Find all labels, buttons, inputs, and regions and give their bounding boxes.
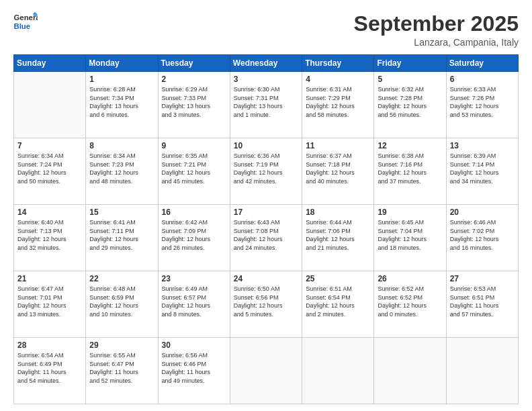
calendar-cell: 19Sunrise: 6:45 AM Sunset: 7:04 PM Dayli… bbox=[374, 205, 446, 271]
day-number: 27 bbox=[450, 274, 515, 283]
day-number: 7 bbox=[17, 141, 82, 150]
day-info: Sunrise: 6:49 AM Sunset: 6:57 PM Dayligh… bbox=[162, 285, 226, 318]
weekday-header-friday: Friday bbox=[374, 55, 446, 72]
day-info: Sunrise: 6:42 AM Sunset: 7:09 PM Dayligh… bbox=[162, 218, 226, 252]
day-number: 23 bbox=[162, 274, 226, 283]
day-number: 17 bbox=[234, 208, 298, 217]
calendar-cell: 5Sunrise: 6:32 AM Sunset: 7:28 PM Daylig… bbox=[374, 72, 446, 138]
day-info: Sunrise: 6:36 AM Sunset: 7:19 PM Dayligh… bbox=[234, 152, 298, 185]
day-info: Sunrise: 6:55 AM Sunset: 6:47 PM Dayligh… bbox=[89, 351, 154, 385]
weekday-header-sunday: Sunday bbox=[14, 55, 86, 72]
day-info: Sunrise: 6:46 AM Sunset: 7:02 PM Dayligh… bbox=[450, 218, 515, 252]
day-number: 25 bbox=[306, 274, 370, 283]
day-info: Sunrise: 6:56 AM Sunset: 6:46 PM Dayligh… bbox=[162, 351, 226, 385]
calendar-cell: 14Sunrise: 6:40 AM Sunset: 7:13 PM Dayli… bbox=[14, 205, 86, 271]
day-number: 24 bbox=[234, 274, 298, 283]
day-info: Sunrise: 6:37 AM Sunset: 7:18 PM Dayligh… bbox=[306, 152, 370, 185]
calendar-cell bbox=[374, 338, 446, 404]
day-number: 16 bbox=[162, 208, 226, 217]
calendar-cell: 10Sunrise: 6:36 AM Sunset: 7:19 PM Dayli… bbox=[230, 138, 302, 205]
calendar-header-row: SundayMondayTuesdayWednesdayThursdayFrid… bbox=[14, 55, 519, 72]
calendar-week-row: 7Sunrise: 6:34 AM Sunset: 7:24 PM Daylig… bbox=[14, 138, 519, 205]
calendar-cell: 20Sunrise: 6:46 AM Sunset: 7:02 PM Dayli… bbox=[446, 205, 518, 271]
day-info: Sunrise: 6:38 AM Sunset: 7:16 PM Dayligh… bbox=[378, 152, 442, 185]
day-number: 15 bbox=[89, 208, 154, 217]
header: General Blue September 2025 Lanzara, Cam… bbox=[13, 12, 519, 48]
day-info: Sunrise: 6:53 AM Sunset: 6:51 PM Dayligh… bbox=[450, 285, 515, 318]
calendar-cell: 3Sunrise: 6:30 AM Sunset: 7:31 PM Daylig… bbox=[230, 72, 302, 138]
calendar-cell: 11Sunrise: 6:37 AM Sunset: 7:18 PM Dayli… bbox=[302, 138, 374, 205]
day-info: Sunrise: 6:48 AM Sunset: 6:59 PM Dayligh… bbox=[89, 285, 154, 318]
calendar-cell: 22Sunrise: 6:48 AM Sunset: 6:59 PM Dayli… bbox=[86, 271, 158, 338]
day-info: Sunrise: 6:41 AM Sunset: 7:11 PM Dayligh… bbox=[89, 218, 154, 252]
calendar-cell: 12Sunrise: 6:38 AM Sunset: 7:16 PM Dayli… bbox=[374, 138, 446, 205]
logo-icon: General Blue bbox=[13, 12, 38, 31]
svg-text:Blue: Blue bbox=[14, 22, 31, 30]
day-info: Sunrise: 6:47 AM Sunset: 7:01 PM Dayligh… bbox=[17, 285, 82, 318]
day-number: 4 bbox=[306, 75, 370, 84]
day-number: 8 bbox=[89, 141, 154, 150]
day-number: 29 bbox=[89, 340, 154, 350]
calendar-cell: 26Sunrise: 6:52 AM Sunset: 6:52 PM Dayli… bbox=[374, 271, 446, 338]
calendar-week-row: 28Sunrise: 6:54 AM Sunset: 6:49 PM Dayli… bbox=[14, 338, 519, 404]
day-info: Sunrise: 6:44 AM Sunset: 7:06 PM Dayligh… bbox=[306, 218, 370, 252]
calendar-cell: 28Sunrise: 6:54 AM Sunset: 6:49 PM Dayli… bbox=[14, 338, 86, 404]
day-info: Sunrise: 6:34 AM Sunset: 7:24 PM Dayligh… bbox=[17, 152, 82, 185]
calendar-cell: 25Sunrise: 6:51 AM Sunset: 6:54 PM Dayli… bbox=[302, 271, 374, 338]
day-info: Sunrise: 6:43 AM Sunset: 7:08 PM Dayligh… bbox=[234, 218, 298, 252]
day-info: Sunrise: 6:40 AM Sunset: 7:13 PM Dayligh… bbox=[17, 218, 82, 252]
day-info: Sunrise: 6:54 AM Sunset: 6:49 PM Dayligh… bbox=[17, 351, 82, 385]
month-title: September 2025 bbox=[354, 12, 519, 36]
calendar-cell: 27Sunrise: 6:53 AM Sunset: 6:51 PM Dayli… bbox=[446, 271, 518, 338]
weekday-header-thursday: Thursday bbox=[302, 55, 374, 72]
day-number: 28 bbox=[17, 340, 82, 350]
day-number: 21 bbox=[17, 274, 82, 283]
calendar-cell: 30Sunrise: 6:56 AM Sunset: 6:46 PM Dayli… bbox=[158, 338, 230, 404]
calendar-cell: 4Sunrise: 6:31 AM Sunset: 7:29 PM Daylig… bbox=[302, 72, 374, 138]
day-info: Sunrise: 6:39 AM Sunset: 7:14 PM Dayligh… bbox=[450, 152, 515, 185]
day-number: 26 bbox=[378, 274, 442, 283]
title-block: September 2025 Lanzara, Campania, Italy bbox=[354, 12, 519, 48]
calendar-cell: 9Sunrise: 6:35 AM Sunset: 7:21 PM Daylig… bbox=[158, 138, 230, 205]
day-number: 9 bbox=[162, 141, 226, 150]
calendar-cell: 15Sunrise: 6:41 AM Sunset: 7:11 PM Dayli… bbox=[86, 205, 158, 271]
calendar-week-row: 1Sunrise: 6:28 AM Sunset: 7:34 PM Daylig… bbox=[14, 72, 519, 138]
page: General Blue September 2025 Lanzara, Cam… bbox=[0, 0, 532, 411]
calendar-cell: 18Sunrise: 6:44 AM Sunset: 7:06 PM Dayli… bbox=[302, 205, 374, 271]
calendar-cell: 16Sunrise: 6:42 AM Sunset: 7:09 PM Dayli… bbox=[158, 205, 230, 271]
calendar-cell: 23Sunrise: 6:49 AM Sunset: 6:57 PM Dayli… bbox=[158, 271, 230, 338]
day-info: Sunrise: 6:30 AM Sunset: 7:31 PM Dayligh… bbox=[234, 85, 298, 119]
calendar-cell: 17Sunrise: 6:43 AM Sunset: 7:08 PM Dayli… bbox=[230, 205, 302, 271]
day-info: Sunrise: 6:50 AM Sunset: 6:56 PM Dayligh… bbox=[234, 285, 298, 318]
day-number: 10 bbox=[234, 141, 298, 150]
day-info: Sunrise: 6:52 AM Sunset: 6:52 PM Dayligh… bbox=[378, 285, 442, 318]
day-info: Sunrise: 6:32 AM Sunset: 7:28 PM Dayligh… bbox=[378, 85, 442, 119]
day-info: Sunrise: 6:33 AM Sunset: 7:26 PM Dayligh… bbox=[450, 85, 515, 119]
day-number: 11 bbox=[306, 141, 370, 150]
calendar-cell: 8Sunrise: 6:34 AM Sunset: 7:23 PM Daylig… bbox=[86, 138, 158, 205]
calendar-week-row: 21Sunrise: 6:47 AM Sunset: 7:01 PM Dayli… bbox=[14, 271, 519, 338]
day-number: 14 bbox=[17, 208, 82, 217]
day-info: Sunrise: 6:51 AM Sunset: 6:54 PM Dayligh… bbox=[306, 285, 370, 318]
day-number: 1 bbox=[89, 75, 154, 84]
day-info: Sunrise: 6:31 AM Sunset: 7:29 PM Dayligh… bbox=[306, 85, 370, 119]
day-number: 20 bbox=[450, 208, 515, 217]
calendar-cell: 29Sunrise: 6:55 AM Sunset: 6:47 PM Dayli… bbox=[86, 338, 158, 404]
calendar-week-row: 14Sunrise: 6:40 AM Sunset: 7:13 PM Dayli… bbox=[14, 205, 519, 271]
day-number: 30 bbox=[162, 340, 226, 350]
day-info: Sunrise: 6:28 AM Sunset: 7:34 PM Dayligh… bbox=[89, 85, 154, 119]
calendar-table: SundayMondayTuesdayWednesdayThursdayFrid… bbox=[13, 54, 519, 404]
day-number: 6 bbox=[450, 75, 515, 84]
day-number: 19 bbox=[378, 208, 442, 217]
day-info: Sunrise: 6:29 AM Sunset: 7:33 PM Dayligh… bbox=[162, 85, 226, 119]
weekday-header-monday: Monday bbox=[86, 55, 158, 72]
calendar-cell: 7Sunrise: 6:34 AM Sunset: 7:24 PM Daylig… bbox=[14, 138, 86, 205]
day-info: Sunrise: 6:35 AM Sunset: 7:21 PM Dayligh… bbox=[162, 152, 226, 185]
day-number: 2 bbox=[162, 75, 226, 84]
day-number: 22 bbox=[89, 274, 154, 283]
calendar-cell: 1Sunrise: 6:28 AM Sunset: 7:34 PM Daylig… bbox=[86, 72, 158, 138]
day-number: 18 bbox=[306, 208, 370, 217]
calendar-cell bbox=[14, 72, 86, 138]
calendar-cell: 21Sunrise: 6:47 AM Sunset: 7:01 PM Dayli… bbox=[14, 271, 86, 338]
calendar-cell bbox=[230, 338, 302, 404]
